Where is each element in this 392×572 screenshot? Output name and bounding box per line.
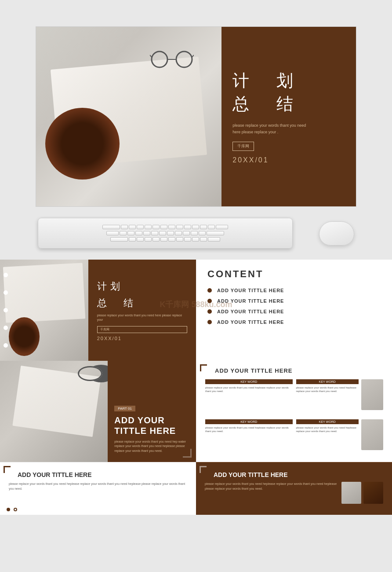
keyword-box-1: KEY WORD please replace your words thant… xyxy=(205,379,293,416)
slide-4: PART 01 ADD YOUR TITTLE HERE please repl… xyxy=(0,361,196,462)
slide-2-dots xyxy=(4,260,8,361)
kb-key xyxy=(160,237,167,242)
kw-photo-1 xyxy=(361,379,383,410)
slide-1-brand: 千库网 xyxy=(232,142,254,151)
kb-key xyxy=(168,237,175,242)
slide-2: 计划 总 结 please replace your words thant y… xyxy=(0,260,196,361)
svg-line-3 xyxy=(150,55,152,57)
slide-4-body: please replace your words thant you need… xyxy=(114,440,189,454)
kw-body-4: please replace your words thant you need… xyxy=(296,426,359,433)
slide-5: ADD YOUR TITTLE HERE KEY WORD please rep… xyxy=(196,361,392,462)
dot xyxy=(4,326,8,330)
kb-key xyxy=(145,225,152,229)
kb-key xyxy=(208,237,220,242)
kb-key xyxy=(151,231,158,235)
kb-key xyxy=(110,237,128,242)
slide-2-date: 20XX/01 xyxy=(97,336,187,341)
slide-7-title: ADD YOUR TITTLE HERE xyxy=(205,471,383,478)
kw-header-1: KEY WORD xyxy=(205,379,293,384)
kb-key xyxy=(135,231,142,235)
kb-key xyxy=(129,225,136,229)
svg-point-1 xyxy=(176,51,192,67)
bottom-dot-outline xyxy=(14,508,17,511)
kb-key xyxy=(129,237,136,242)
dot xyxy=(4,290,8,295)
slide-4-photo xyxy=(0,361,108,462)
kw-body-1: please replace your words thant you need… xyxy=(205,386,293,393)
content-item-1: ADD YOUR TITTLE HERE xyxy=(207,288,381,293)
keyword-box-3: KEY WORD please replace your words thant… xyxy=(205,419,293,456)
kb-key xyxy=(184,237,191,242)
content-item-3: ADD YOUR TITTLE HERE xyxy=(207,309,381,314)
kb-key xyxy=(200,237,207,242)
kw-photo-2 xyxy=(361,419,383,450)
kb-key xyxy=(160,225,167,229)
kb-key xyxy=(143,231,150,235)
kb-key xyxy=(192,237,199,242)
slide-6-title: ADD YOUR TITTLE HERE xyxy=(9,471,187,478)
kb-key xyxy=(159,231,166,235)
keyword-box-4: KEY WORD please replace your words thant… xyxy=(296,419,359,456)
bottom-grid: 计划 总 结 please replace your words thant y… xyxy=(0,260,392,515)
keyword-box-2: KEY WORD please replace your words thant… xyxy=(296,379,359,416)
svg-point-0 xyxy=(152,51,167,67)
slide-7-photos xyxy=(341,482,383,508)
part-label: PART 01 xyxy=(114,406,135,411)
kb-row-3 xyxy=(110,237,220,242)
keyword-grid: KEY WORD please replace your words thant… xyxy=(205,379,383,455)
slide-1-brown: 计 划 总 结 please replace your words thant … xyxy=(221,27,356,206)
content-item-4: ADD YOUR TITTLE HERE xyxy=(207,319,381,325)
glasses-icon xyxy=(150,48,194,70)
kb-key xyxy=(183,231,190,235)
slide-1-hero: 计 划 总 结 please replace your words thant … xyxy=(36,26,356,207)
slide-2-title-line1: 计划 xyxy=(97,280,187,293)
kw-body-3: please replace your words thant you need… xyxy=(205,426,293,433)
kb-row-2 xyxy=(106,231,224,235)
slide-2-photo xyxy=(0,260,88,361)
dot xyxy=(4,273,8,277)
kb-key xyxy=(216,225,228,229)
slide-2-brand: 千库网 xyxy=(97,326,187,333)
slide-4-title: ADD YOUR TITTLE HERE xyxy=(114,415,189,436)
slide-1-chinese-title: 计 划 总 结 xyxy=(232,69,298,116)
keyboard-section xyxy=(0,207,392,260)
kb-key xyxy=(175,231,182,235)
kb-row-1 xyxy=(102,225,228,229)
slide-6-text: please replace your words thant you need… xyxy=(9,482,187,491)
slide-3: CONTENT ADD YOUR TITTLE HERE ADD YOUR TI… xyxy=(196,260,392,361)
dot xyxy=(4,343,8,348)
corner-accent xyxy=(183,449,192,458)
kb-key xyxy=(137,225,144,229)
keyword-cell-4: KEY WORD please replace your words thant… xyxy=(296,419,384,456)
mini-photo-2 xyxy=(363,482,383,504)
bullet-dot xyxy=(207,309,212,314)
kb-key xyxy=(152,225,160,229)
content-item-2: ADD YOUR TITTLE HERE xyxy=(207,298,381,304)
bullet-dot xyxy=(207,299,212,303)
kb-key xyxy=(191,231,198,235)
slide-7: ADD YOUR TITTLE HERE please replace your… xyxy=(196,462,392,515)
bullet-dot xyxy=(207,320,212,324)
kb-key xyxy=(208,225,215,229)
kb-key xyxy=(121,225,128,229)
content-item-text: ADD YOUR TITTLE HERE xyxy=(217,319,284,325)
kb-key xyxy=(137,237,144,242)
mini-photo-1 xyxy=(341,482,361,504)
bottom-dots-row xyxy=(7,508,17,511)
kb-key xyxy=(199,231,206,235)
bottom-dot-filled xyxy=(7,508,10,511)
kb-key xyxy=(167,231,174,235)
kw-header-3: KEY WORD xyxy=(205,419,293,424)
slide-2-subtitle: please replace your words thant you need… xyxy=(97,313,187,323)
content-item-text: ADD YOUR TITTLE HERE xyxy=(217,309,284,314)
content-item-text: ADD YOUR TITTLE HERE xyxy=(217,288,284,293)
slide-1-subtitle: please replace your words thant you need… xyxy=(232,122,312,135)
slide-3-title: CONTENT xyxy=(207,268,381,280)
kw-header-4: KEY WORD xyxy=(296,419,359,424)
corner-accent-tl xyxy=(4,466,11,473)
kw-body-2: please replace your words thant you need… xyxy=(296,386,359,393)
slide-6: ADD YOUR TITTLE HERE please replace your… xyxy=(0,462,196,515)
kb-key xyxy=(192,225,199,229)
slide-1-date: 20XX/01 xyxy=(232,156,269,164)
corner-accent-tl-white xyxy=(200,466,207,473)
